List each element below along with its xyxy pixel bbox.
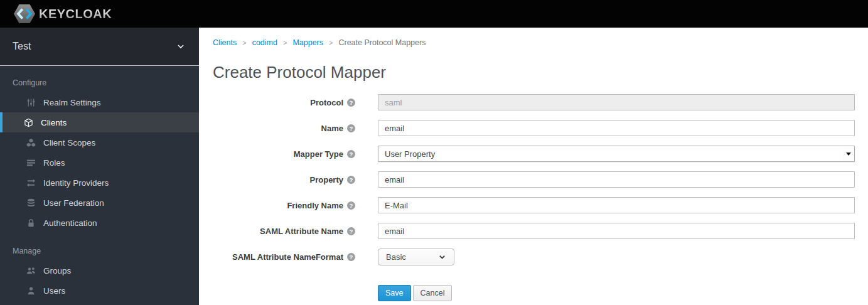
form-row-buttons: Save Cancel <box>213 275 855 301</box>
help-icon[interactable]: ? <box>347 150 355 158</box>
sidebar-item-roles[interactable]: Roles <box>0 152 199 173</box>
cube-icon <box>24 118 33 127</box>
sidebar-item-authentication[interactable]: Authentication <box>0 213 199 233</box>
nameformat-value: Basic <box>386 252 406 262</box>
breadcrumb-codimd[interactable]: codimd <box>252 38 277 47</box>
form-row-property: Property ? <box>213 171 855 188</box>
brand-wordmark: KEYCLOAK <box>39 7 112 21</box>
lock-icon <box>26 218 36 228</box>
help-icon[interactable]: ? <box>347 253 355 261</box>
sidebar-item-label: User Federation <box>43 198 104 208</box>
topbar: KEYCLOAK <box>0 0 868 28</box>
friendly-name-label: Friendly Name <box>287 201 343 210</box>
form-row-name: Name ? <box>213 120 855 136</box>
help-icon[interactable]: ? <box>347 99 355 107</box>
help-icon[interactable]: ? <box>347 227 355 235</box>
mapper-type-select[interactable]: User Property <box>378 146 855 162</box>
form-row-saml-attribute-nameformat: SAML Attribute NameFormat ? Basic <box>213 249 855 265</box>
sidebar-item-identity-providers[interactable]: Identity Providers <box>0 173 199 193</box>
form-row-saml-attribute-name: SAML Attribute Name ? <box>213 223 855 239</box>
breadcrumb-current: Create Protocol Mappers <box>338 38 426 47</box>
keycloak-hexagon-icon <box>13 3 36 24</box>
page-title: Create Protocol Mapper <box>213 63 855 82</box>
sidebar-item-label: Realm Settings <box>43 98 101 107</box>
help-icon[interactable]: ? <box>347 201 355 210</box>
protocol-mapper-form: Protocol ? Name ? <box>213 94 855 301</box>
sidebar-item-client-scopes[interactable]: Client Scopes <box>0 132 199 152</box>
list-icon <box>26 158 36 168</box>
sidebar-item-label: Clients <box>41 118 67 127</box>
property-label: Property <box>310 175 343 185</box>
sidebar-item-label: Roles <box>43 158 65 168</box>
sidebar-item-users[interactable]: Users <box>0 281 199 301</box>
cubes-icon <box>26 138 36 147</box>
sidebar-item-clients[interactable]: Clients <box>0 112 199 132</box>
breadcrumb-separator: > <box>283 39 287 46</box>
help-icon[interactable]: ? <box>347 176 355 184</box>
name-input[interactable] <box>378 120 855 136</box>
protocol-label: Protocol <box>310 98 343 107</box>
help-icon[interactable]: ? <box>347 124 355 132</box>
mapper-type-label: Mapper Type <box>294 149 343 159</box>
breadcrumb-mappers[interactable]: Mappers <box>292 38 323 47</box>
sidebar-item-groups[interactable]: Groups <box>0 260 199 281</box>
sliders-icon <box>26 98 36 107</box>
database-icon <box>26 198 36 208</box>
user-icon <box>26 286 36 296</box>
users-icon <box>26 266 36 276</box>
sidebar-item-label: Users <box>43 286 65 296</box>
cancel-button[interactable]: Cancel <box>413 285 453 301</box>
property-input[interactable] <box>378 171 855 188</box>
saml-attribute-name-label: SAML Attribute Name <box>260 227 343 236</box>
keycloak-logo[interactable]: KEYCLOAK <box>13 3 112 24</box>
breadcrumb: Clients > codimd > Mappers > Create Prot… <box>213 38 855 47</box>
sidebar-item-label: Groups <box>43 266 71 276</box>
form-row-protocol: Protocol ? <box>213 94 855 110</box>
sidebar-nav: Configure Realm Settings Clients <box>0 66 199 301</box>
protocol-input <box>378 94 855 110</box>
saml-attribute-name-input[interactable] <box>378 223 855 239</box>
sidebar-item-label: Client Scopes <box>43 138 95 147</box>
realm-name: Test <box>13 41 31 52</box>
breadcrumb-clients[interactable]: Clients <box>213 38 237 47</box>
form-row-friendly-name: Friendly Name ? <box>213 197 855 213</box>
sidebar-item-realm-settings[interactable]: Realm Settings <box>0 92 199 112</box>
form-row-mapper-type: Mapper Type ? User Property <box>213 146 855 162</box>
saml-attribute-nameformat-select[interactable]: Basic <box>378 249 454 265</box>
chevron-down-icon <box>438 253 446 261</box>
saml-attribute-nameformat-label: SAML Attribute NameFormat <box>232 252 343 262</box>
name-label: Name <box>321 124 343 133</box>
nav-section-manage: Manage <box>0 242 199 260</box>
chevron-down-icon <box>176 42 185 51</box>
breadcrumb-separator: > <box>329 39 333 46</box>
breadcrumb-separator: > <box>242 39 246 46</box>
sidebar-item-user-federation[interactable]: User Federation <box>0 193 199 213</box>
keycloak-admin-console: KEYCLOAK Test Configure Realm Settings <box>0 0 868 305</box>
main-content: Clients > codimd > Mappers > Create Prot… <box>199 28 868 305</box>
mapper-type-value: User Property <box>385 149 435 159</box>
save-button[interactable]: Save <box>378 285 411 301</box>
sidebar-item-label: Authentication <box>43 218 97 228</box>
realm-selector[interactable]: Test <box>0 28 199 66</box>
chevron-down-icon <box>843 147 854 161</box>
sidebar-item-label: Identity Providers <box>43 178 109 188</box>
sidebar: Test Configure Realm Settings <box>0 28 199 305</box>
nav-section-configure: Configure <box>0 73 199 92</box>
exchange-icon <box>26 178 36 188</box>
friendly-name-input[interactable] <box>378 197 855 213</box>
